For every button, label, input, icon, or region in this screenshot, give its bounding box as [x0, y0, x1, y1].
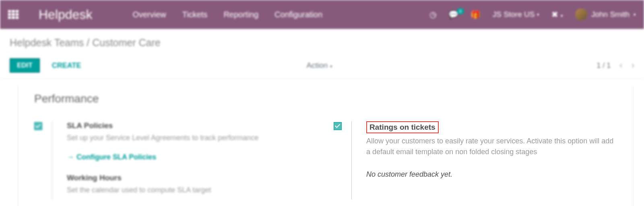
working-hours-title: Working Hours: [67, 173, 258, 182]
ratings-desc: Allow your customers to easily rate your…: [366, 136, 616, 157]
feedback-empty: No customer feedback yet.: [366, 170, 616, 179]
sla-desc: Set up your Service Level Agreements to …: [67, 133, 258, 143]
chevron-down-icon: ▾: [561, 13, 563, 18]
pager-prev[interactable]: ‹: [619, 60, 622, 71]
sla-title: SLA Policies: [67, 121, 258, 130]
create-button[interactable]: CREATE: [52, 61, 81, 70]
setting-ratings: Ratings on tickets Allow your customers …: [334, 121, 617, 200]
messages-badge: 0: [457, 8, 464, 14]
apps-icon[interactable]: [8, 10, 19, 19]
company-name: JS Store US: [493, 10, 535, 19]
nav-links: Overview Tickets Reporting Configuration: [132, 10, 322, 19]
top-navbar: Helpdesk Overview Tickets Reporting Conf…: [0, 0, 644, 29]
nav-right: ◷ 💬0 🎁 JS Store US▾ ✖ ▾ John Smith▾: [429, 8, 636, 20]
breadcrumb-separator: /: [87, 37, 89, 48]
form-sheet: Performance SLA Policies Set up your Ser…: [18, 86, 634, 206]
nav-tickets[interactable]: Tickets: [182, 10, 208, 19]
button-row: EDIT CREATE Action ▾ 1 / 1 ‹ ›: [10, 58, 634, 78]
edit-button[interactable]: EDIT: [10, 58, 40, 73]
action-dropdown[interactable]: Action ▾: [306, 61, 332, 70]
clock-icon[interactable]: ◷: [429, 10, 436, 19]
user-menu[interactable]: John Smith▾: [575, 8, 636, 20]
user-name: John Smith: [591, 10, 630, 19]
action-label: Action: [306, 61, 328, 69]
checkbox-sla[interactable]: [34, 122, 42, 130]
setting-sla: SLA Policies Set up your Service Level A…: [34, 121, 318, 200]
company-switcher[interactable]: JS Store US▾: [493, 10, 540, 19]
breadcrumb-current: Customer Care: [92, 37, 161, 48]
arrow-right-icon: →: [67, 153, 74, 161]
control-area: Helpdesk Teams / Customer Care EDIT CREA…: [0, 29, 644, 79]
configure-sla-label: Configure SLA Policies: [76, 153, 156, 161]
working-hours-desc: Set the calendar used to compute SLA tar…: [67, 185, 258, 196]
tools-icon[interactable]: ✖ ▾: [551, 10, 563, 19]
settings-row: SLA Policies Set up your Service Level A…: [34, 121, 617, 200]
ratings-title: Ratings on tickets: [366, 121, 439, 133]
pager-count: 1 / 1: [597, 61, 611, 70]
nav-overview[interactable]: Overview: [132, 10, 166, 19]
messages-icon[interactable]: 💬0: [448, 10, 458, 19]
checkbox-ratings[interactable]: [334, 122, 342, 130]
breadcrumb: Helpdesk Teams / Customer Care: [10, 37, 634, 49]
nav-configuration[interactable]: Configuration: [275, 10, 322, 19]
chevron-down-icon: ▾: [537, 12, 539, 17]
app-title[interactable]: Helpdesk: [39, 7, 92, 22]
nav-reporting[interactable]: Reporting: [223, 10, 258, 19]
chevron-down-icon: ▾: [634, 12, 636, 17]
configure-sla-link[interactable]: → Configure SLA Policies: [67, 153, 156, 161]
section-title: Performance: [34, 92, 617, 105]
chevron-down-icon: ▾: [330, 64, 332, 69]
gift-icon[interactable]: 🎁: [471, 10, 481, 19]
breadcrumb-parent[interactable]: Helpdesk Teams: [10, 37, 84, 48]
pager: 1 / 1 ‹ ›: [597, 60, 634, 71]
avatar: [575, 8, 587, 20]
pager-next[interactable]: ›: [632, 60, 634, 71]
